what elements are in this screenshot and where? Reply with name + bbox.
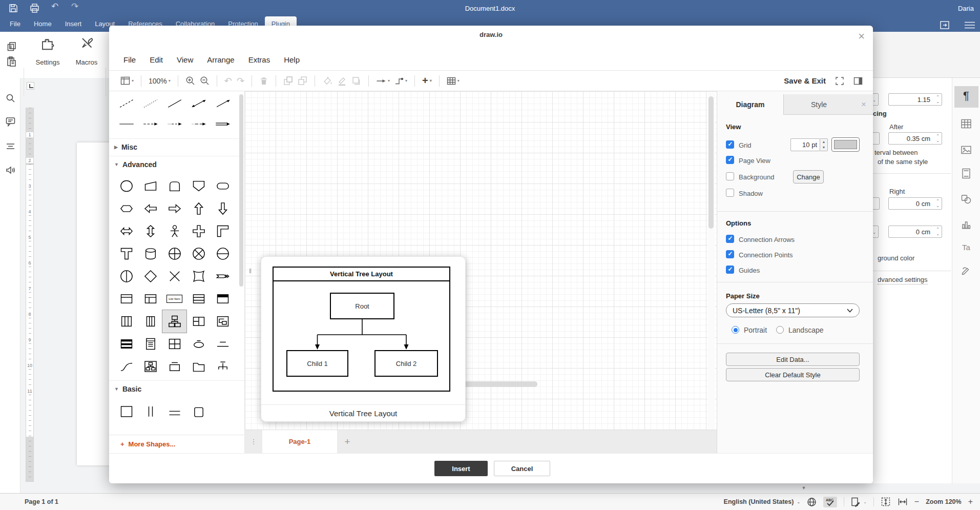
palette-section-advanced[interactable]: ▼ Advanced	[109, 156, 244, 173]
special-indent-spinner[interactable]: 0 cm⌃⌄	[888, 226, 942, 238]
save-and-exit-button[interactable]: Save & Exit	[784, 76, 826, 85]
grid-size-input[interactable]: 10 pt	[790, 138, 820, 151]
paste-icon[interactable]	[6, 56, 17, 69]
shape-actor[interactable]	[162, 220, 186, 242]
shape-card[interactable]	[162, 175, 186, 197]
save-icon[interactable]	[8, 3, 18, 15]
background-checkbox[interactable]	[726, 172, 734, 180]
settings-plugin-icon[interactable]	[40, 36, 55, 53]
shape-diamond[interactable]	[138, 265, 162, 288]
fit-width-icon[interactable]	[898, 498, 908, 506]
connection-points-checkbox[interactable]	[726, 250, 734, 258]
page-view-checkbox[interactable]	[726, 156, 734, 164]
tab-diagram[interactable]: Diagram	[717, 94, 784, 115]
shape-line-arrow-diag[interactable]	[211, 93, 235, 114]
shape-folder[interactable]	[186, 355, 211, 378]
format-panel-toggle-icon[interactable]	[853, 77, 863, 85]
shape-line-dash-diag[interactable]	[114, 93, 138, 114]
zoom-in-button[interactable]: +	[968, 497, 973, 506]
shape-line-bold[interactable]	[114, 114, 138, 134]
host-tab-insert[interactable]: Insert	[58, 16, 89, 32]
page-tab[interactable]: Page-1	[262, 430, 337, 454]
shadow-checkbox[interactable]	[726, 189, 734, 197]
shape-nested-rect[interactable]	[211, 310, 235, 333]
print-icon[interactable]	[29, 3, 40, 16]
add-page-icon[interactable]: +	[337, 436, 358, 447]
comments-icon[interactable]	[6, 117, 15, 127]
shape-line-dash-arrow[interactable]	[138, 114, 162, 134]
shape-split-rect[interactable]	[186, 310, 211, 333]
shape-circle-vline[interactable]	[114, 265, 138, 288]
spell-check-icon[interactable]: ABC	[823, 497, 837, 507]
shape-list-item[interactable]: List Item	[162, 288, 186, 310]
shape-rows-rect[interactable]	[186, 288, 211, 310]
shape-x-cross[interactable]	[162, 265, 186, 288]
copy-icon[interactable]	[7, 42, 16, 53]
shape-hexagon[interactable]	[114, 197, 138, 220]
fullscreen-icon[interactable]	[835, 76, 844, 86]
shape-arrow-left[interactable]	[138, 197, 162, 220]
page-view-tool[interactable]: ▾	[120, 76, 134, 85]
tab-stop-selector[interactable]	[27, 82, 34, 90]
settings-button[interactable]: Settings	[29, 58, 67, 66]
hamburger-menu-icon[interactable]	[964, 22, 975, 31]
canvas-vertical-scrollbar[interactable]	[707, 92, 715, 429]
mail-merge-icon[interactable]	[961, 266, 971, 276]
set-language-globe-icon[interactable]	[807, 497, 817, 507]
shape-header-rect[interactable]	[211, 288, 235, 310]
shape-hline[interactable]	[162, 399, 186, 421]
clear-default-style-button[interactable]: Clear Default Style	[726, 368, 860, 381]
redo-icon[interactable]: ↷	[237, 75, 244, 87]
shape-trapezoid[interactable]	[138, 175, 162, 197]
shape-tree-node[interactable]	[162, 310, 186, 333]
shape-arrow-right[interactable]	[162, 197, 186, 220]
shape-curve[interactable]	[114, 355, 138, 378]
undo-icon[interactable]: ↶	[224, 75, 232, 87]
undo-icon[interactable]: ↶	[51, 1, 58, 12]
table-tool[interactable]: ▾	[447, 77, 460, 85]
shape-container-v[interactable]	[186, 175, 211, 197]
shape-branch[interactable]	[211, 355, 235, 378]
shape-doc-lines[interactable]	[138, 333, 162, 355]
open-file-location-icon[interactable]	[940, 21, 950, 32]
document-page[interactable]	[77, 142, 110, 465]
shape-rounded-rect[interactable]	[211, 175, 235, 197]
shape-rect-small[interactable]	[186, 399, 211, 421]
menu-help[interactable]: Help	[284, 55, 300, 64]
menu-file[interactable]: File	[123, 55, 136, 64]
advanced-settings-link-fragment[interactable]: dvanced settings	[878, 276, 928, 284]
shape-label-box[interactable]	[162, 355, 186, 378]
palette-scrollbar[interactable]	[239, 94, 243, 287]
shape-window-title[interactable]	[114, 288, 138, 310]
connection-arrows-checkbox[interactable]	[726, 235, 734, 243]
search-icon[interactable]	[6, 93, 15, 103]
redo-icon[interactable]: ↷	[71, 1, 78, 12]
shape-settings-icon[interactable]	[961, 194, 971, 204]
shape-line-dashdot-arrow[interactable]	[162, 114, 186, 134]
pages-menu-icon[interactable]: ⋮	[245, 438, 262, 445]
to-back-icon[interactable]	[298, 76, 307, 86]
chart-settings-icon[interactable]	[962, 219, 971, 229]
line-color-icon[interactable]	[337, 76, 347, 86]
shape-corner[interactable]	[211, 220, 235, 242]
headers-footers-settings-icon[interactable]	[962, 168, 971, 179]
shape-circle-plus[interactable]	[162, 242, 186, 265]
grid-size-stepper[interactable]: ▲▼	[820, 138, 828, 151]
vertical-ruler[interactable]: 1234567891011	[26, 108, 34, 482]
shape-columns-3[interactable]	[114, 310, 138, 333]
cancel-button[interactable]: Cancel	[494, 461, 550, 476]
grid-color-swatch[interactable]	[831, 137, 860, 152]
shape-striped-rect[interactable]	[114, 333, 138, 355]
shape-circle-cross[interactable]	[186, 242, 211, 265]
edit-data-button[interactable]: Edit Data...	[726, 353, 860, 366]
grid-checkbox[interactable]	[726, 140, 734, 149]
tab-style[interactable]: Style	[784, 94, 854, 115]
navigation-headings-icon[interactable]	[6, 141, 15, 151]
landscape-radio[interactable]	[776, 326, 784, 334]
to-front-icon[interactable]	[283, 76, 293, 86]
image-settings-icon[interactable]	[961, 146, 972, 154]
after-spinner[interactable]: 0.35 cm⌃⌄	[888, 132, 942, 145]
user-name[interactable]: Daria	[958, 5, 974, 12]
shape-tee[interactable]	[114, 242, 138, 265]
zoom-level[interactable]: Zoom 120%	[926, 498, 961, 505]
